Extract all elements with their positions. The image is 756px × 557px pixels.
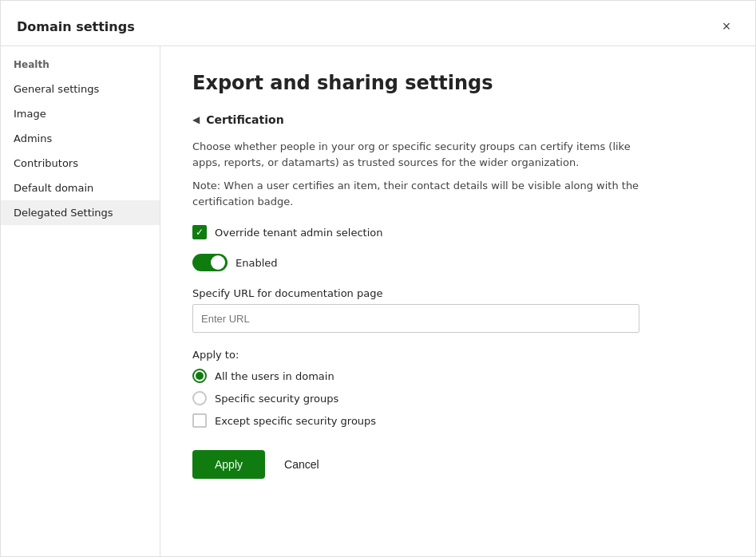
radio-all-users[interactable] <box>192 369 207 383</box>
except-checkbox-row: Except specific security groups <box>192 413 723 428</box>
section-header: ◀ Certification <box>192 113 723 126</box>
override-checkbox-label: Override tenant admin selection <box>215 227 382 239</box>
sidebar-item-default-domain[interactable]: Default domain <box>1 176 160 200</box>
toggle-thumb <box>211 255 225 270</box>
dialog-title: Domain settings <box>17 19 135 34</box>
toggle-row: Enabled <box>192 254 723 271</box>
close-button[interactable]: × <box>714 14 739 39</box>
radio-specific-groups[interactable] <box>192 391 207 405</box>
description-text: Choose whether people in your org or spe… <box>192 139 639 170</box>
url-input[interactable] <box>192 304 639 333</box>
sidebar-item-delegated-settings[interactable]: Delegated Settings <box>1 200 160 225</box>
override-checkbox[interactable]: ✓ <box>192 225 207 239</box>
except-checkbox[interactable] <box>192 413 207 428</box>
note-text: Note: When a user certifies an item, the… <box>192 178 639 209</box>
enabled-toggle[interactable] <box>192 254 228 271</box>
dialog-body: Health General settings Image Admins Con… <box>1 46 755 556</box>
sidebar-section-health: Health <box>1 56 160 77</box>
radio-all-users-row: All the users in domain <box>192 369 723 383</box>
collapse-icon[interactable]: ◀ <box>192 114 200 125</box>
sidebar-item-image[interactable]: Image <box>1 101 160 126</box>
cancel-button[interactable]: Cancel <box>275 450 329 479</box>
sidebar-item-general-settings[interactable]: General settings <box>1 77 160 101</box>
except-checkbox-label: Except specific security groups <box>215 415 376 427</box>
button-row: Apply Cancel <box>192 450 723 479</box>
main-content: Export and sharing settings ◀ Certificat… <box>160 46 755 556</box>
sidebar: Health General settings Image Admins Con… <box>1 46 160 556</box>
radio-specific-groups-label: Specific security groups <box>215 393 338 405</box>
apply-to-label: Apply to: <box>192 349 723 361</box>
url-input-label: Specify URL for documentation page <box>192 287 723 299</box>
sidebar-item-admins[interactable]: Admins <box>1 126 160 151</box>
dialog: Domain settings × Health General setting… <box>0 0 756 557</box>
dialog-header: Domain settings × <box>1 1 755 46</box>
radio-inner-all-users <box>196 372 204 380</box>
sidebar-item-contributors[interactable]: Contributors <box>1 151 160 176</box>
radio-specific-groups-row: Specific security groups <box>192 391 723 405</box>
override-checkbox-row: ✓ Override tenant admin selection <box>192 225 723 239</box>
section-title: Certification <box>206 113 283 126</box>
radio-all-users-label: All the users in domain <box>215 370 334 382</box>
page-title: Export and sharing settings <box>192 72 723 94</box>
apply-button[interactable]: Apply <box>192 450 265 479</box>
toggle-label: Enabled <box>236 257 278 269</box>
